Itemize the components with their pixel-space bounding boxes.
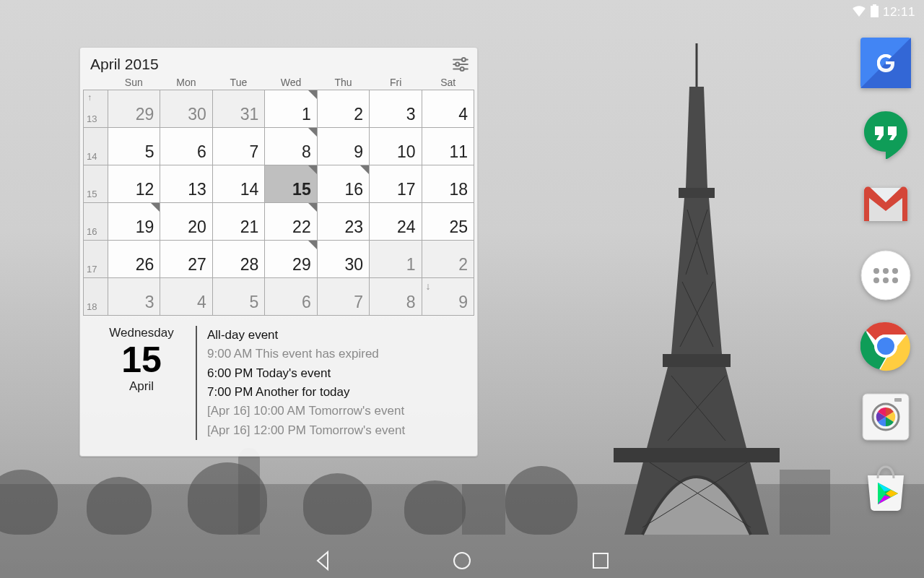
day-cell[interactable]: 9↓ [422,278,474,316]
day-cell[interactable]: 15 [265,165,317,203]
day-cell[interactable]: 25 [422,203,474,241]
weekday-label: Tue [212,77,265,88]
day-cell[interactable]: 14 [213,165,265,203]
day-cell[interactable]: 19 [108,203,160,241]
back-button[interactable] [312,549,335,572]
weekday-label: Fri [370,77,422,88]
navigation-bar [0,543,924,578]
event-list[interactable]: All-day event9:00 AM This event has expi… [196,326,470,440]
wifi-icon [852,5,866,20]
status-bar: 12:11 [852,0,924,22]
app-dock [860,38,911,513]
day-cell[interactable]: 28 [213,241,265,278]
day-cell[interactable]: 16 [318,165,370,203]
event-item[interactable]: All-day event [207,326,470,345]
app-camera[interactable] [860,392,911,442]
day-cell[interactable]: 30 [160,90,212,128]
calendar-grid: 13↑2930311234145678910111512131415161718… [83,90,474,316]
svg-rect-2 [663,354,731,367]
week-number: 13↑ [84,90,108,128]
day-cell[interactable]: 22 [265,203,317,241]
day-cell[interactable]: 9 [318,128,370,165]
day-cell[interactable]: 4 [422,90,474,128]
day-cell[interactable]: 8 [265,128,317,165]
app-hangouts[interactable] [860,108,911,159]
day-cell[interactable]: 6 [160,128,212,165]
svg-rect-3 [614,448,780,462]
svg-point-44 [454,553,470,569]
day-cell[interactable]: 24 [370,203,422,241]
day-cell[interactable]: 27 [160,241,212,278]
eiffel-tower-image [599,43,794,549]
week-number: 14 [84,128,108,165]
weekday-label: Mon [160,77,213,88]
svg-point-22 [892,268,898,274]
event-item[interactable]: [Apr 16] 10:00 AM Tomorrow's event [207,402,470,420]
event-marker-icon [308,203,317,212]
app-appdrawer[interactable] [860,250,911,301]
day-cell[interactable]: 1 [370,241,422,278]
app-chrome[interactable] [860,321,911,371]
weekday-label: Sun [108,77,160,88]
week-number: 18 [84,278,108,316]
day-cell[interactable]: 2 [422,241,474,278]
day-cell[interactable]: 30 [318,241,370,278]
event-item[interactable]: 7:00 PM Another for today [207,383,470,402]
day-cell[interactable]: 26 [108,241,160,278]
week-number: 16 [84,203,108,241]
week-number: 15 [84,165,108,203]
day-cell[interactable]: 21 [213,203,265,241]
recents-button[interactable] [589,549,612,572]
day-cell[interactable]: 10 [370,128,422,165]
weekday-label: Wed [265,77,318,88]
day-cell[interactable]: 31 [213,90,265,128]
app-play[interactable] [860,462,911,513]
svg-point-42 [456,63,459,66]
event-item[interactable]: 9:00 AM This event has expired [207,345,470,363]
day-cell[interactable]: 5 [213,278,265,316]
day-cell[interactable]: 8 [370,278,422,316]
today-weekday: Wednesday [87,326,196,340]
day-cell[interactable]: 17 [370,165,422,203]
event-item[interactable]: [Apr 16] 12:00 PM Tomorrow's event [207,421,470,440]
day-cell[interactable]: 29 [108,90,160,128]
svg-point-25 [892,277,898,283]
settings-icon[interactable] [451,55,470,74]
day-cell[interactable]: 5 [108,128,160,165]
day-cell[interactable]: 20 [160,203,212,241]
app-gmail[interactable] [860,179,911,230]
prev-icon: ↑ [87,92,92,103]
day-cell[interactable]: 3 [108,278,160,316]
day-cell[interactable]: 6 [265,278,317,316]
week-number: 17 [84,241,108,278]
clock-text: 12:11 [883,5,915,20]
day-cell[interactable]: 7 [318,278,370,316]
svg-point-21 [883,268,889,274]
svg-point-41 [462,58,466,61]
day-cell[interactable]: 29 [265,241,317,278]
next-icon: ↓ [426,280,431,292]
today-month: April [87,379,196,394]
svg-point-23 [873,277,879,283]
app-google[interactable] [860,38,911,88]
day-cell[interactable]: 7 [213,128,265,165]
weekday-label: Sat [422,77,474,88]
svg-rect-12 [873,4,876,6]
svg-point-20 [873,268,879,274]
day-cell[interactable]: 2 [318,90,370,128]
home-button[interactable] [450,549,474,572]
day-cell[interactable]: 23 [318,203,370,241]
today-day: 15 [87,342,196,378]
event-item[interactable]: 6:00 PM Today's event [207,364,470,383]
day-cell[interactable]: 1 [265,90,317,128]
day-cell[interactable]: 4 [160,278,212,316]
calendar-title: April 2015 [90,56,159,73]
day-cell[interactable]: 18 [422,165,474,203]
svg-rect-13 [871,6,879,17]
day-cell[interactable]: 3 [370,90,422,128]
calendar-widget[interactable]: April 2015 .SunMonTueWedThuFriSat 13↑293… [79,47,478,457]
day-cell[interactable]: 13 [160,165,212,203]
day-cell[interactable]: 12 [108,165,160,203]
day-cell[interactable]: 11 [422,128,474,165]
today-block[interactable]: Wednesday 15 April [87,326,196,440]
